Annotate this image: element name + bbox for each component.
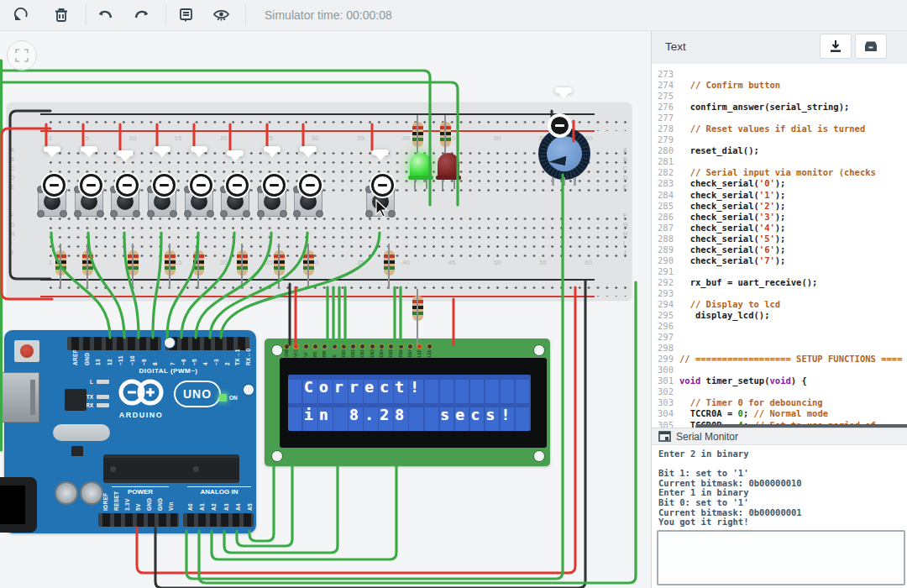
- resistor[interactable]: [82, 250, 93, 276]
- library-button[interactable]: [855, 34, 887, 59]
- lcd-pin-label: LED: [417, 349, 422, 357]
- column-number: 50: [494, 259, 501, 266]
- download-code-button[interactable]: [820, 34, 852, 59]
- code-line: 292 rx_buf = uart_receive();: [652, 277, 907, 288]
- resistor[interactable]: [384, 250, 395, 276]
- code-token: check_serial(: [679, 178, 759, 189]
- smd-component: [71, 446, 83, 456]
- mounting-hole: [533, 450, 545, 462]
- column-number: 10: [128, 134, 136, 142]
- annotation-visibility-icon[interactable]: [207, 3, 235, 28]
- press-reset-dial[interactable]: [549, 115, 570, 136]
- arduino-logo-icon: [113, 375, 169, 409]
- press-bit0-button[interactable]: [299, 174, 322, 197]
- analog-header[interactable]: [183, 513, 254, 527]
- row-letter: F: [10, 213, 13, 218]
- press-bit4-button[interactable]: [153, 174, 176, 197]
- arduino-uno-board[interactable]: AREFGND1312~11~10~987~6~54~32TX→1RX←0 DI…: [4, 330, 256, 533]
- resistor-lead: [388, 244, 390, 289]
- button-leg: [170, 210, 177, 218]
- lcd-pin-label: DB3: [370, 349, 375, 357]
- resistor[interactable]: [165, 250, 176, 276]
- resistor-lead: [60, 244, 61, 289]
- code-token: ;: [743, 408, 754, 419]
- row-letter: D: [623, 175, 627, 181]
- zoom-to-fit-button[interactable]: [7, 40, 37, 71]
- code-token: check_serial(: [679, 201, 759, 212]
- code-token: confirm_answer(serial_string);: [679, 102, 849, 113]
- code-line: 300: [652, 365, 907, 375]
- press-bit6-button[interactable]: [80, 174, 102, 197]
- code-line: 298: [652, 343, 907, 354]
- press-bit2-button[interactable]: [226, 174, 249, 197]
- line-number: 292: [652, 277, 679, 288]
- mouse-cursor: [375, 199, 389, 218]
- delete-icon[interactable]: [47, 3, 76, 28]
- resistor[interactable]: [237, 250, 248, 276]
- code-editor[interactable]: 273274 // Confirm button275276 confirm_a…: [652, 64, 907, 433]
- press-bit3-button[interactable]: [190, 174, 212, 197]
- rotate-icon[interactable]: [7, 3, 35, 28]
- undo-icon[interactable]: [92, 3, 120, 28]
- lcd-16x2-display[interactable]: GNDVCCV0RSRWEDB0DB1DB2DB3DB4DB5DB6DB7LED…: [265, 339, 550, 466]
- line-number: 279: [652, 134, 679, 145]
- resistor[interactable]: [303, 250, 314, 276]
- line-number: 303: [652, 397, 679, 408]
- reset-button[interactable]: [14, 340, 39, 362]
- board-led: [97, 403, 109, 407]
- circuit-canvas[interactable]: AABBCCDDEEFFGGHHIIJJ11551010151520202525…: [0, 30, 651, 588]
- button-leg: [97, 210, 104, 218]
- lcd-pin-label: V0: [304, 352, 308, 357]
- button-leg: [243, 210, 250, 218]
- serial-monitor-input[interactable]: [657, 530, 905, 585]
- resistor[interactable]: [412, 296, 423, 321]
- code-line: 280 reset_dial();: [652, 145, 907, 156]
- line-number: 290: [652, 255, 679, 266]
- press-confirm-button[interactable]: [371, 174, 394, 197]
- press-bit5-button[interactable]: [116, 174, 139, 197]
- serial-monitor-header[interactable]: Serial Monitor: [652, 428, 907, 445]
- resistor[interactable]: [440, 122, 451, 147]
- digital-pin-label: ~10: [129, 355, 135, 365]
- code-line: 302: [652, 386, 907, 397]
- redo-icon[interactable]: [127, 3, 155, 28]
- resistor[interactable]: [55, 250, 66, 276]
- on-label: ON: [229, 395, 238, 401]
- notes-icon[interactable]: [171, 3, 200, 28]
- lcd-pin-label: E: [333, 354, 337, 357]
- resistor[interactable]: [274, 250, 285, 276]
- code-line: 278 // Reset values if dial is turned: [652, 123, 907, 134]
- toolbar: Simulator time: 00:00:08: [0, 0, 907, 31]
- potentiometer-knob[interactable]: [547, 136, 582, 171]
- code-token: void: [679, 375, 700, 386]
- resistor[interactable]: [193, 250, 204, 276]
- resistor[interactable]: [412, 122, 423, 147]
- button-leg: [133, 210, 140, 218]
- code-line: 277: [652, 113, 907, 123]
- potentiometer[interactable]: [538, 128, 590, 180]
- resistor[interactable]: [128, 250, 139, 276]
- tinkercad-simulator-window: Simulator time: 00:00:08 AABBCCDDEEFFGGH…: [0, 0, 907, 588]
- column-number: 30: [311, 134, 318, 142]
- row-letter: J: [10, 249, 13, 255]
- led-red[interactable]: [438, 153, 459, 178]
- column-number: 5: [85, 134, 88, 142]
- digital-header[interactable]: [67, 337, 161, 350]
- mounting-hole: [533, 344, 545, 356]
- code-token: check_serial(: [679, 212, 759, 223]
- row-letter: E: [623, 184, 627, 190]
- power-header[interactable]: [98, 513, 179, 527]
- code-line: 289 check_serial('6');: [652, 244, 907, 255]
- led-legs: [442, 179, 455, 189]
- press-bit1-button[interactable]: [263, 174, 286, 197]
- line-number: 273: [652, 69, 679, 80]
- led-green[interactable]: [410, 153, 432, 178]
- divider: [165, 4, 166, 26]
- line-number: 283: [652, 178, 679, 189]
- editor-mode-label: Text: [665, 40, 686, 53]
- column-number: 25: [265, 134, 273, 142]
- code-line: 299// ================== SETUP FUNCTIONS…: [652, 354, 907, 365]
- press-bit7-button[interactable]: [43, 174, 66, 197]
- lcd-pin: [388, 344, 394, 349]
- potentiometer-pointer: [548, 154, 566, 166]
